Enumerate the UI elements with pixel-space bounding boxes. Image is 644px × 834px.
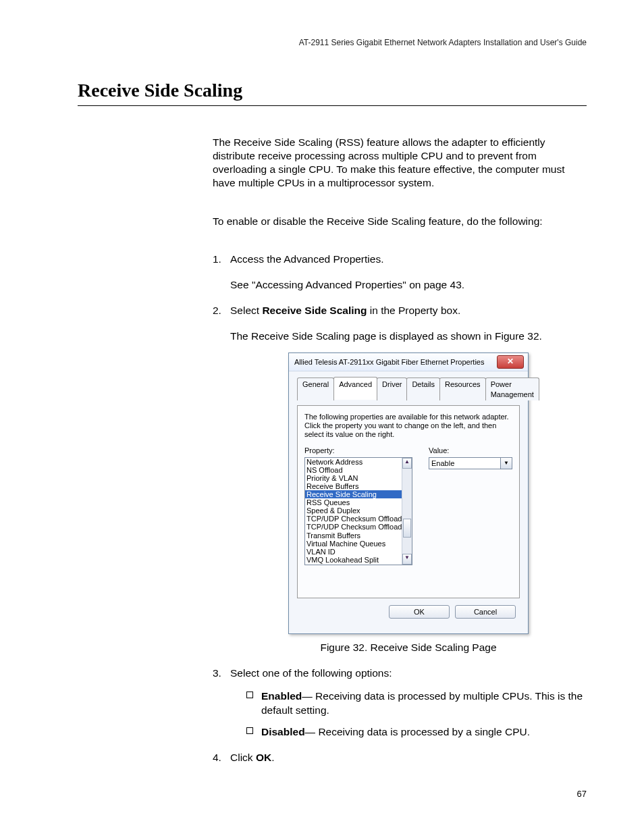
step-1-text: Access the Advanced Properties. bbox=[230, 253, 383, 265]
dialog-screenshot: Allied Telesis AT-2911xx Gigabit Fiber E… bbox=[230, 353, 587, 634]
property-item[interactable]: VMQ VLAN Filtering bbox=[305, 564, 402, 565]
step-4-number: 4. bbox=[213, 751, 230, 764]
property-item[interactable]: Network Address bbox=[305, 458, 402, 466]
property-item[interactable]: TCP/UDP Checksum Offload (IPv6 bbox=[305, 523, 402, 531]
value-label: Value: bbox=[429, 446, 512, 455]
option-enabled: Enabled— Receiving data is processed by … bbox=[246, 689, 587, 716]
step-2: 2.Select Receive Side Scaling in the Pro… bbox=[213, 304, 587, 654]
property-item[interactable]: Virtual Machine Queues bbox=[305, 540, 402, 548]
bullet-box-icon bbox=[246, 692, 253, 698]
step-2-sub: The Receive Side Scaling page is display… bbox=[230, 330, 587, 343]
property-item[interactable]: VLAN ID bbox=[305, 548, 402, 556]
tab-resources[interactable]: Resources bbox=[439, 377, 486, 400]
page-number: 67 bbox=[577, 789, 587, 799]
value-input[interactable]: Enable bbox=[429, 457, 500, 469]
tab-general[interactable]: General bbox=[297, 377, 334, 400]
step-2-number: 2. bbox=[213, 304, 230, 317]
dialog-titlebar[interactable]: Allied Telesis AT-2911xx Gigabit Fiber E… bbox=[289, 353, 528, 371]
cancel-button[interactable]: Cancel bbox=[455, 605, 516, 619]
combobox-button[interactable]: ▼ bbox=[500, 457, 512, 469]
tab-details[interactable]: Details bbox=[406, 377, 440, 400]
property-item[interactable]: Speed & Duplex bbox=[305, 506, 402, 515]
scroll-thumb[interactable] bbox=[403, 519, 411, 538]
steps-list: 1.Access the Advanced Properties. See "A… bbox=[213, 253, 587, 764]
property-label: Property: bbox=[304, 446, 412, 455]
step-1-sub: See "Accessing Advanced Properties" on p… bbox=[230, 278, 587, 292]
chevron-down-icon: ▼ bbox=[504, 460, 509, 467]
body-column: The Receive Side Scaling (RSS) feature a… bbox=[213, 136, 587, 764]
scroll-up-button[interactable]: ▲ bbox=[402, 458, 412, 469]
close-icon: ✕ bbox=[507, 357, 514, 367]
step-3-text: Select one of the following options: bbox=[230, 667, 392, 679]
dialog-title: Allied Telesis AT-2911xx Gigabit Fiber E… bbox=[294, 357, 497, 367]
value-combobox[interactable]: Enable ▼ bbox=[429, 457, 512, 469]
property-item[interactable]: VMQ Lookahead Split bbox=[305, 556, 402, 564]
property-item[interactable]: Receive Side Scaling bbox=[305, 490, 402, 498]
options-list: Enabled— Receiving data is processed by … bbox=[246, 689, 587, 738]
scroll-down-button[interactable]: ▼ bbox=[402, 554, 412, 565]
property-item[interactable]: NS Offload bbox=[305, 466, 402, 474]
property-item[interactable]: Receive Buffers bbox=[305, 482, 402, 490]
running-header: AT-2911 Series Gigabit Ethernet Network … bbox=[78, 38, 587, 47]
step-3: 3.Select one of the following options: E… bbox=[213, 667, 587, 739]
tab-driver[interactable]: Driver bbox=[377, 377, 407, 400]
step-1-number: 1. bbox=[213, 253, 230, 266]
property-listbox[interactable]: Network AddressNS OffloadPriority & VLAN… bbox=[304, 457, 412, 565]
panel-description: The following properties are available f… bbox=[304, 413, 512, 440]
property-item[interactable]: Priority & VLAN bbox=[305, 474, 402, 482]
step-4: 4.Click OK. bbox=[213, 751, 587, 764]
step-1: 1.Access the Advanced Properties. See "A… bbox=[213, 253, 587, 292]
property-item[interactable]: RSS Queues bbox=[305, 498, 402, 506]
option-disabled: Disabled— Receiving data is processed by… bbox=[246, 725, 587, 739]
property-item[interactable]: Transmit Buffers bbox=[305, 531, 402, 540]
bullet-box-icon bbox=[246, 727, 253, 734]
tab-panel-advanced: The following properties are available f… bbox=[297, 405, 520, 598]
intro-paragraph: The Receive Side Scaling (RSS) feature a… bbox=[213, 136, 587, 190]
step-3-number: 3. bbox=[213, 667, 230, 680]
tab-advanced[interactable]: Advanced bbox=[333, 377, 377, 400]
close-button[interactable]: ✕ bbox=[497, 355, 524, 369]
property-item[interactable]: TCP/UDP Checksum Offload (IPv4 bbox=[305, 515, 402, 523]
section-title: Receive Side Scaling bbox=[78, 80, 587, 106]
listbox-scrollbar[interactable]: ▲ ▼ bbox=[402, 458, 412, 565]
figure-caption: Figure 32. Receive Side Scaling Page bbox=[230, 641, 587, 654]
lead-paragraph: To enable or disable the Receive Side Sc… bbox=[213, 215, 587, 228]
step-4-text: Click OK. bbox=[230, 752, 274, 763]
ok-button[interactable]: OK bbox=[389, 605, 450, 619]
tab-power-management[interactable]: Power Management bbox=[485, 377, 539, 400]
properties-dialog: Allied Telesis AT-2911xx Gigabit Fiber E… bbox=[288, 353, 529, 634]
tab-strip: General Advanced Driver Details Resource… bbox=[297, 377, 520, 400]
step-2-text: Select Receive Side Scaling in the Prope… bbox=[230, 305, 460, 316]
